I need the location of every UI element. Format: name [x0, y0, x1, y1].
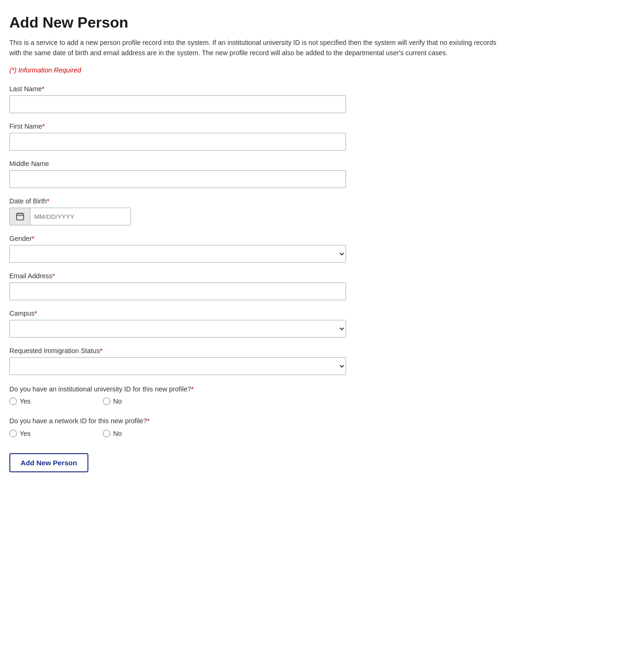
email-group: Email Address*	[9, 272, 346, 300]
network-id-yes-option[interactable]: Yes	[9, 430, 103, 437]
immigration-status-select[interactable]	[9, 357, 346, 375]
add-new-person-button[interactable]: Add New Person	[9, 453, 88, 472]
required-note: (*) Information Required	[9, 66, 619, 74]
dob-label: Date of Birth*	[9, 197, 346, 205]
network-id-yes-radio[interactable]	[9, 430, 17, 437]
network-id-question: Do you have a network ID for this new pr…	[9, 416, 346, 426]
gender-label: Gender*	[9, 235, 346, 242]
page-description: This is a service to add a new person pr…	[9, 38, 500, 58]
page-title: Add New Person	[9, 14, 619, 31]
immigration-status-label: Requested Immigration Status*	[9, 347, 346, 354]
university-id-question: Do you have an institutional university …	[9, 384, 346, 394]
email-input[interactable]	[9, 282, 346, 300]
university-id-no-option[interactable]: No	[103, 397, 196, 405]
campus-group: Campus*	[9, 310, 346, 338]
first-name-input[interactable]	[9, 133, 346, 151]
middle-name-label: Middle Name	[9, 160, 346, 167]
dob-input[interactable]	[30, 208, 130, 225]
svg-rect-0	[16, 214, 23, 220]
campus-label: Campus*	[9, 310, 346, 317]
gender-group: Gender*	[9, 235, 346, 263]
gender-select[interactable]	[9, 245, 346, 263]
last-name-input[interactable]	[9, 95, 346, 113]
university-id-yes-option[interactable]: Yes	[9, 397, 103, 405]
university-id-section: Do you have an institutional university …	[9, 384, 346, 405]
network-id-section: Do you have a network ID for this new pr…	[9, 416, 346, 437]
network-id-no-radio[interactable]	[103, 430, 110, 437]
university-id-options: Yes No	[9, 397, 346, 405]
middle-name-group: Middle Name	[9, 160, 346, 188]
university-id-yes-radio[interactable]	[9, 397, 17, 405]
first-name-group: First Name*	[9, 123, 346, 151]
network-id-no-label: No	[113, 430, 122, 437]
network-id-yes-label: Yes	[20, 430, 30, 437]
immigration-status-group: Requested Immigration Status*	[9, 347, 346, 375]
university-id-no-radio[interactable]	[103, 397, 110, 405]
dob-group: Date of Birth*	[9, 197, 346, 225]
first-name-label: First Name*	[9, 123, 346, 130]
last-name-group: Last Name*	[9, 85, 346, 113]
email-label: Email Address*	[9, 272, 346, 280]
network-id-options: Yes No	[9, 430, 346, 437]
university-id-no-label: No	[113, 397, 122, 405]
last-name-label: Last Name*	[9, 85, 346, 93]
calendar-icon	[10, 208, 30, 225]
campus-select[interactable]	[9, 320, 346, 338]
middle-name-input[interactable]	[9, 170, 346, 188]
network-id-no-option[interactable]: No	[103, 430, 196, 437]
dob-input-wrapper	[9, 208, 131, 225]
university-id-yes-label: Yes	[20, 397, 30, 405]
